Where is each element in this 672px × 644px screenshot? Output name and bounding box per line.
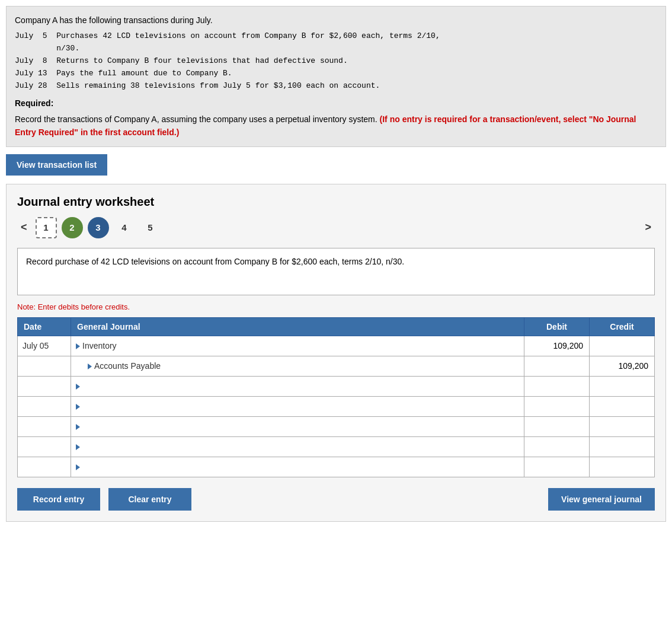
date-cell-1: July 05 — [18, 336, 71, 356]
clear-entry-button[interactable]: Clear entry — [108, 488, 191, 511]
bottom-buttons: Record entry Clear entry View general jo… — [17, 488, 655, 511]
worksheet-container: Journal entry worksheet < 1 2 3 4 5 > Re… — [6, 184, 666, 522]
journal-table: Date General Journal Debit Credit July 0… — [17, 317, 655, 477]
prev-tab-arrow[interactable]: < — [17, 220, 31, 235]
account-cell-5[interactable] — [71, 416, 524, 436]
tri-icon-4 — [76, 404, 80, 410]
table-row — [18, 376, 655, 396]
credit-cell-5[interactable] — [590, 416, 655, 436]
tri-icon-6 — [76, 444, 80, 450]
account-cell-3[interactable] — [71, 376, 524, 396]
worksheet-title: Journal entry worksheet — [17, 195, 655, 209]
table-row — [18, 416, 655, 436]
debit-cell-2[interactable] — [524, 356, 590, 376]
entry-description: Record purchase of 42 LCD televisions on… — [17, 248, 655, 295]
required-text: Record the transactions of Company A, as… — [15, 113, 657, 139]
next-tab-arrow[interactable]: > — [641, 220, 655, 235]
transaction-1b: n/30. — [15, 43, 657, 55]
table-row: July 05 Inventory 109,200 — [18, 336, 655, 356]
transaction-1: July 5 Purchases 42 LCD televisions on a… — [15, 30, 657, 43]
table-row — [18, 396, 655, 416]
tri-icon-5 — [76, 424, 80, 430]
date-cell-6 — [18, 436, 71, 457]
record-entry-button[interactable]: Record entry — [17, 488, 100, 511]
tab-1[interactable]: 1 — [36, 217, 57, 238]
table-row — [18, 436, 655, 457]
header-debit: Debit — [524, 317, 590, 336]
debit-cell-1[interactable]: 109,200 — [524, 336, 590, 356]
debit-cell-6[interactable] — [524, 436, 590, 457]
header-general-journal: General Journal — [71, 317, 524, 336]
header-credit: Credit — [590, 317, 655, 336]
intro-text: Company A has the following transactions… — [15, 14, 657, 27]
credit-cell-2[interactable]: 109,200 — [590, 356, 655, 376]
tab-3[interactable]: 3 — [88, 217, 109, 238]
transaction-4: July 28 Sells remaining 38 televisions f… — [15, 80, 657, 93]
account-cell-1[interactable]: Inventory — [71, 336, 524, 356]
debit-cell-3[interactable] — [524, 376, 590, 396]
credit-cell-1[interactable] — [590, 336, 655, 356]
credit-cell-6[interactable] — [590, 436, 655, 457]
date-cell-3 — [18, 376, 71, 396]
required-text-plain: Record the transactions of Company A, as… — [15, 114, 377, 124]
table-row: Accounts Payable 109,200 — [18, 356, 655, 376]
account-cell-4[interactable] — [71, 396, 524, 416]
header-date: Date — [18, 317, 71, 336]
tri-icon-3 — [76, 384, 80, 390]
tab-4[interactable]: 4 — [114, 217, 135, 238]
view-transaction-button[interactable]: View transaction list — [6, 154, 107, 176]
date-cell-2 — [18, 356, 71, 376]
transaction-3: July 13 Pays the full amount due to Comp… — [15, 68, 657, 80]
debit-cell-5[interactable] — [524, 416, 590, 436]
problem-container: Company A has the following transactions… — [6, 6, 666, 147]
date-cell-4 — [18, 396, 71, 416]
debit-cell-4[interactable] — [524, 396, 590, 416]
tab-5[interactable]: 5 — [140, 217, 161, 238]
table-row — [18, 457, 655, 477]
tab-2[interactable]: 2 — [62, 217, 83, 238]
date-cell-7 — [18, 457, 71, 477]
credit-cell-3[interactable] — [590, 376, 655, 396]
tri-icon-1 — [76, 343, 80, 349]
credit-cell-7[interactable] — [590, 457, 655, 477]
transaction-list: July 5 Purchases 42 LCD televisions on a… — [15, 30, 657, 92]
debit-cell-7[interactable] — [524, 457, 590, 477]
tab-navigation: < 1 2 3 4 5 > — [17, 217, 655, 238]
required-label: Required: — [15, 97, 657, 110]
account-cell-7[interactable] — [71, 457, 524, 477]
view-general-journal-button[interactable]: View general journal — [548, 488, 655, 511]
tri-icon-2 — [88, 364, 92, 369]
tri-icon-7 — [76, 464, 80, 470]
note-text: Note: Enter debits before credits. — [17, 302, 655, 311]
credit-cell-4[interactable] — [590, 396, 655, 416]
transaction-2: July 8 Returns to Company B four televis… — [15, 55, 657, 68]
account-cell-6[interactable] — [71, 436, 524, 457]
account-cell-2[interactable]: Accounts Payable — [71, 356, 524, 376]
date-cell-5 — [18, 416, 71, 436]
